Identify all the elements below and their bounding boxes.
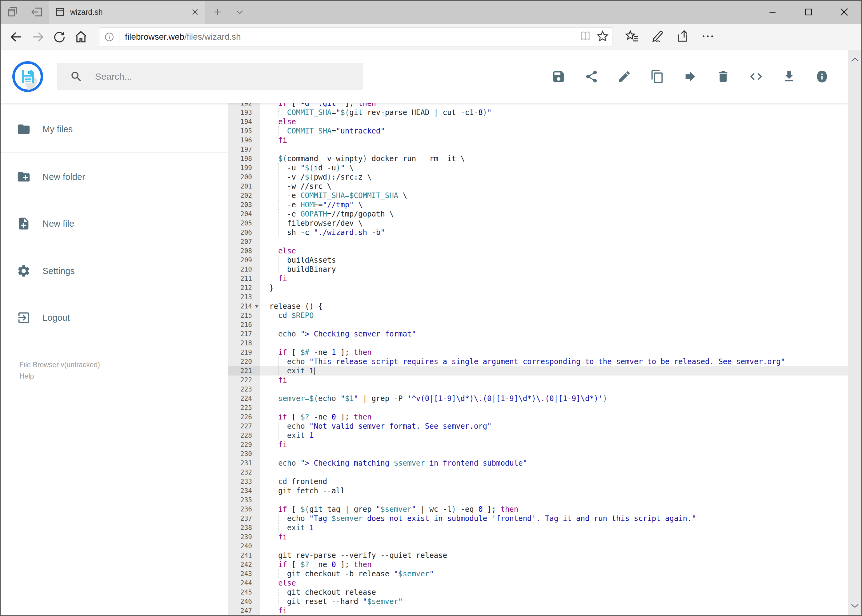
back-button[interactable] [6, 26, 27, 48]
editor-line[interactable]: 237 echo "Tag $semver does not exist in … [228, 514, 848, 523]
move-button[interactable] [682, 69, 698, 84]
tab-list-dropdown[interactable] [230, 0, 249, 24]
address-bar[interactable]: filebrowser.web/files/wizard.sh [99, 27, 612, 46]
editor-line[interactable]: 242 if [ $? -ne 0 ]; then [228, 560, 848, 569]
editor-line[interactable]: 241 git rev-parse --verify --quiet relea… [228, 551, 848, 560]
close-button[interactable] [826, 0, 862, 24]
minimize-button[interactable] [755, 0, 791, 24]
editor-line[interactable]: 207 [228, 237, 848, 246]
page-scrollbar[interactable] [848, 50, 861, 615]
editor-line[interactable]: 204 -e GOPATH=//tmp/gopath \ [228, 209, 848, 218]
editor-line[interactable]: 229 fi [228, 440, 848, 449]
editor-line[interactable]: 195 COMMIT_SHA="untracked" [228, 126, 848, 136]
editor-line[interactable]: 227 echo "Not valid semver format. See s… [228, 422, 848, 431]
editor-line[interactable]: 244 else [228, 578, 848, 588]
sidebar-item-new-folder[interactable]: New folder [0, 166, 228, 188]
annotate-button[interactable] [650, 29, 665, 45]
editor-line[interactable]: 200 -v /$(pwd):/src:z \ [228, 173, 848, 182]
editor-line[interactable]: 198 $(command -v winpty) docker run --rm… [228, 154, 848, 163]
tab-close-icon[interactable] [191, 8, 199, 16]
editor-line[interactable]: 223 [228, 385, 848, 394]
delete-button[interactable] [715, 69, 731, 84]
rename-button[interactable] [617, 69, 632, 84]
download-button[interactable] [782, 69, 797, 84]
share-icon [675, 29, 690, 44]
copy-button[interactable] [650, 69, 665, 84]
editor-line[interactable]: 225 [228, 403, 848, 412]
editor-line[interactable]: 235 [228, 495, 848, 504]
editor-line[interactable]: 222 fi [228, 376, 848, 385]
editor-line[interactable]: 211 fi [228, 274, 848, 283]
switch-editor-button[interactable] [749, 69, 764, 84]
editor-line[interactable]: 218 [228, 339, 848, 348]
editor-line[interactable]: 197 [228, 145, 848, 154]
indent-guide [278, 588, 279, 597]
editor-line[interactable]: 196 fi [228, 136, 848, 145]
editor-line[interactable]: 208 else [228, 246, 848, 256]
editor-line[interactable]: 243 git checkout -b release "$semver" [228, 569, 848, 578]
save-button[interactable] [551, 69, 566, 84]
new-tab-button[interactable] [208, 0, 227, 24]
scroll-up-arrow[interactable] [848, 53, 861, 67]
editor-line[interactable]: 203 -e HOME="//tmp" \ [228, 200, 848, 209]
editor-line[interactable]: 212} [228, 283, 848, 292]
editor-line[interactable]: 209 buildAssets [228, 256, 848, 265]
sidebar-item-my-files[interactable]: My files [0, 118, 228, 140]
browser-tab[interactable]: wizard.sh [49, 0, 205, 24]
maximize-button[interactable] [791, 0, 826, 24]
editor-line[interactable]: 247 fi [228, 606, 848, 615]
editor-line[interactable]: 215 cd $REPO [228, 311, 848, 320]
home-button[interactable] [70, 26, 92, 48]
help-link[interactable]: Help [19, 371, 100, 382]
editor-line[interactable]: 238 exit 1 [228, 523, 848, 532]
fold-toggle-icon[interactable] [255, 305, 258, 308]
forward-button[interactable] [27, 26, 49, 48]
reading-view-button[interactable] [579, 30, 592, 44]
editor-line[interactable]: 236 if [ $(git tag | grep "$semver" | wc… [228, 504, 848, 514]
sidebar-item-logout[interactable]: Logout [0, 307, 228, 328]
editor-line[interactable]: 246 git reset --hard "$semver" [228, 597, 848, 606]
editor-line[interactable]: 224 semver=$(echo "$1" | grep -P '^v(0|[… [228, 394, 848, 403]
editor-line[interactable]: 202 -e COMMIT_SHA=$COMMIT_SHA \ [228, 191, 848, 200]
editor-line[interactable]: 245 git checkout release [228, 588, 848, 597]
editor-line[interactable]: 193 COMMIT_SHA="$(git rev-parse HEAD | c… [228, 108, 848, 117]
editor-line[interactable]: 232 [228, 468, 848, 477]
search-input[interactable]: Search... [57, 63, 363, 90]
editor-line[interactable]: 233 cd frontend [228, 477, 848, 486]
editor-line[interactable]: 199 -u "$(id -u)" \ [228, 163, 848, 173]
editor-line[interactable]: 221 exit 1 [228, 366, 848, 376]
editor-line[interactable]: 239 fi [228, 532, 848, 542]
hub-button[interactable] [625, 29, 640, 45]
share-button[interactable] [584, 69, 599, 84]
set-tabs-aside-button[interactable] [30, 5, 44, 19]
editor-line[interactable]: 213 [228, 292, 848, 302]
code-editor[interactable]: 192 if [ -d ".git" ]; then193 COMMIT_SHA… [228, 103, 848, 615]
editor-line[interactable]: 228 exit 1 [228, 431, 848, 440]
tab-preview-button[interactable] [6, 5, 20, 19]
editor-line[interactable]: 234 git fetch --all [228, 486, 848, 495]
editor-line[interactable]: 231 echo "> Checking matching $semver in… [228, 459, 848, 468]
settings-menu-button[interactable] [700, 29, 715, 45]
editor-line[interactable]: 194 else [228, 117, 848, 126]
editor-line[interactable]: 216 [228, 320, 848, 329]
sidebar-item-settings[interactable]: Settings [0, 260, 228, 282]
editor-line[interactable]: 205 filebrowser/dev \ [228, 218, 848, 228]
editor-line[interactable]: 219 if [ $# -ne 1 ]; then [228, 348, 848, 357]
info-button[interactable] [814, 69, 830, 84]
site-info-button[interactable] [99, 31, 120, 43]
editor-line[interactable]: 230 [228, 449, 848, 459]
editor-line[interactable]: 210 buildBinary [228, 265, 848, 274]
editor-line[interactable]: 214release () { [228, 302, 848, 311]
add-favorite-button[interactable] [596, 29, 610, 45]
editor-line[interactable]: 201 -w //src \ [228, 182, 848, 191]
editor-line[interactable]: 226 if [ $? -ne 0 ]; then [228, 412, 848, 422]
editor-line[interactable]: 217 echo "> Checking semver format" [228, 329, 848, 339]
scroll-down-arrow[interactable] [848, 599, 861, 613]
editor-line[interactable]: 220 echo "This release script requires a… [228, 357, 848, 366]
editor-line[interactable]: 206 sh -c "./wizard.sh -b" [228, 228, 848, 237]
sidebar-item-new-file[interactable]: New file [0, 213, 228, 234]
editor-line[interactable]: 192 if [ -d ".git" ]; then [228, 103, 848, 108]
refresh-button[interactable] [49, 26, 70, 48]
editor-line[interactable]: 240 [228, 542, 848, 551]
share-page-button[interactable] [675, 29, 690, 45]
